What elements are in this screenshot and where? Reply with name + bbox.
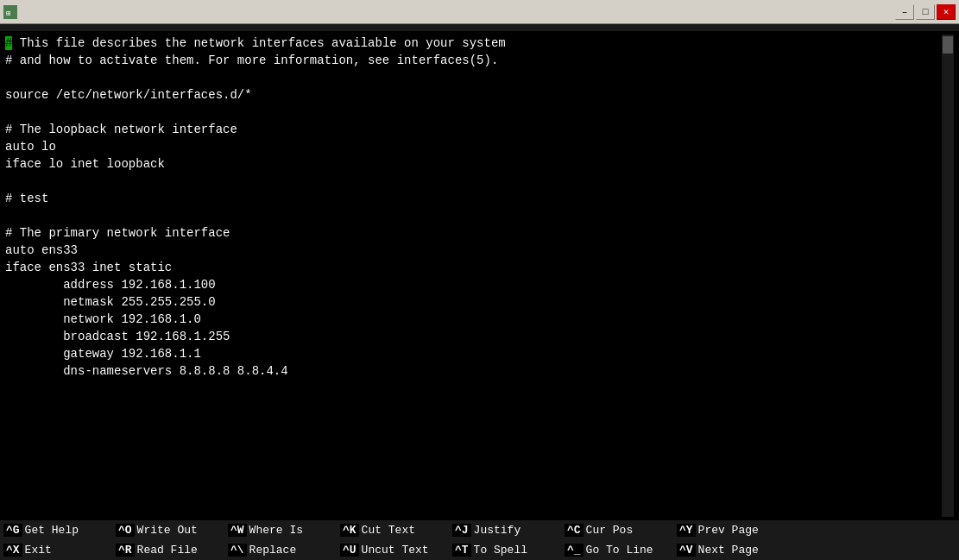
shortcut-key: ^_	[565, 544, 584, 557]
editor-line: auto ens33	[5, 242, 942, 259]
shortcut-key: ^Y	[677, 524, 696, 537]
shortcut-key: ^U	[340, 544, 359, 557]
shortcut-bars: ^GGet Help^OWrite Out^WWhere Is^KCut Tex…	[0, 520, 959, 560]
scrollbar[interactable]	[942, 35, 954, 517]
shortcut-key: ^O	[116, 524, 135, 537]
close-button[interactable]: ✕	[937, 4, 956, 20]
editor-line	[5, 173, 942, 190]
nano-header	[0, 24, 959, 31]
shortcut-label: Exit	[25, 544, 52, 557]
shortcut-item[interactable]: ^JJustify	[449, 521, 561, 539]
title-bar-buttons: – □ ✕	[895, 4, 956, 20]
shortcut-row-1: ^GGet Help^OWrite Out^WWhere Is^KCut Tex…	[0, 520, 959, 540]
shortcut-item[interactable]: ^RRead File	[112, 541, 224, 559]
app-icon: ⊞	[3, 5, 17, 19]
shortcut-label: Replace	[249, 544, 297, 557]
shortcut-label: Next Page	[698, 544, 759, 557]
shortcut-key: ^W	[228, 524, 247, 537]
editor-line: dns-nameservers 8.8.8.8 8.8.4.4	[5, 362, 942, 380]
editor-line: address 192.168.1.100	[5, 276, 942, 293]
shortcut-key: ^R	[116, 544, 135, 557]
editor-line: gateway 192.168.1.1	[5, 345, 942, 362]
editor-line: iface ens33 inet static	[5, 259, 942, 276]
editor-line: # test	[5, 190, 942, 207]
shortcut-key: ^\	[228, 544, 247, 557]
shortcut-label: Prev Page	[698, 524, 759, 537]
editor-line: netmask 255.255.255.0	[5, 293, 942, 311]
editor-content[interactable]: # This file describes the network interf…	[5, 35, 942, 517]
shortcut-label: Where Is	[249, 524, 303, 537]
shortcut-row-2: ^XExit^RRead File^\Replace^UUncut Text^T…	[0, 540, 959, 560]
editor-area[interactable]: # This file describes the network interf…	[0, 31, 959, 520]
editor-line	[5, 207, 942, 224]
shortcut-key: ^V	[677, 544, 696, 557]
shortcut-item[interactable]: ^KCut Text	[337, 521, 449, 539]
shortcut-label: Justify	[474, 524, 521, 537]
editor-line: source /etc/network/interfaces.d/*	[5, 86, 942, 104]
editor-line: # and how to activate them. For more inf…	[5, 52, 942, 69]
shortcut-label: To Spell	[474, 544, 527, 557]
shortcut-label: Read File	[137, 544, 198, 557]
editor-line	[5, 69, 942, 86]
title-bar: ⊞ – □ ✕	[0, 0, 959, 24]
shortcut-item[interactable]: ^_Go To Line	[561, 541, 673, 559]
shortcut-item[interactable]: ^VNext Page	[673, 541, 768, 559]
shortcut-item[interactable]: ^TTo Spell	[449, 541, 561, 559]
editor-line: broadcast 192.168.1.255	[5, 328, 942, 345]
shortcut-item[interactable]: ^CCur Pos	[561, 521, 673, 539]
editor-line: # This file describes the network interf…	[5, 35, 942, 52]
shortcut-key: ^J	[452, 524, 471, 537]
shortcut-item[interactable]: ^WWhere Is	[224, 521, 337, 539]
shortcut-item[interactable]: ^YPrev Page	[673, 521, 768, 539]
editor-line	[5, 104, 942, 121]
minimize-button[interactable]: –	[895, 4, 914, 20]
editor-line: auto lo	[5, 138, 942, 155]
shortcut-item[interactable]: ^UUncut Text	[337, 541, 449, 559]
shortcut-label: Get Help	[25, 524, 79, 537]
shortcut-item[interactable]: ^\Replace	[224, 541, 337, 559]
shortcut-item[interactable]: ^XExit	[0, 541, 112, 559]
shortcut-key: ^C	[565, 524, 584, 537]
shortcut-label: Write Out	[137, 524, 198, 537]
shortcut-label: Go To Line	[586, 544, 653, 557]
shortcut-key: ^X	[3, 544, 22, 557]
editor-line: network 192.168.1.0	[5, 311, 942, 328]
shortcut-key: ^G	[3, 524, 22, 537]
title-bar-left: ⊞	[3, 5, 17, 19]
svg-text:⊞: ⊞	[6, 9, 10, 17]
editor-line: # The primary network interface	[5, 224, 942, 242]
shortcut-key: ^T	[452, 544, 471, 557]
shortcut-key: ^K	[340, 524, 359, 537]
shortcut-item[interactable]: ^OWrite Out	[112, 521, 224, 539]
shortcut-label: Cur Pos	[586, 524, 634, 537]
editor-line: # The loopback network interface	[5, 121, 942, 138]
editor-line: iface lo inet loopback	[5, 155, 942, 173]
maximize-button[interactable]: □	[916, 4, 935, 20]
scrollbar-thumb[interactable]	[943, 36, 953, 53]
shortcut-label: Cut Text	[362, 524, 415, 537]
shortcut-item[interactable]: ^GGet Help	[0, 521, 112, 539]
shortcut-label: Uncut Text	[362, 544, 429, 557]
